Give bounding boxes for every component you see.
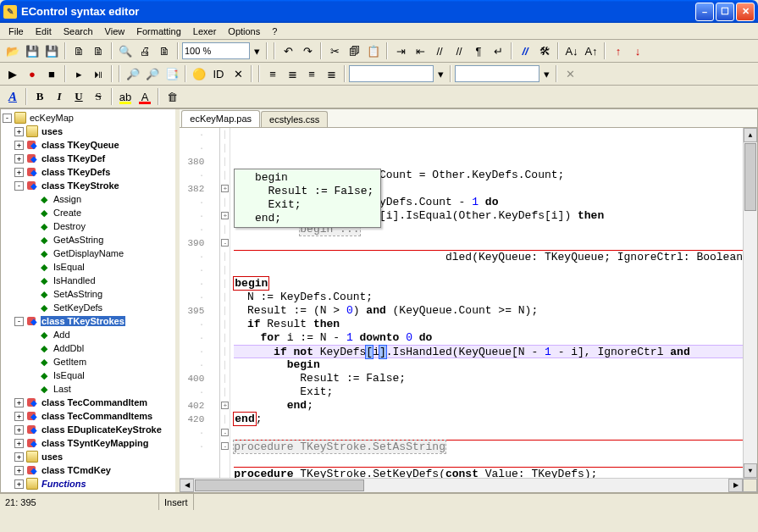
scroll-thumb-h[interactable]	[195, 479, 364, 491]
close-button[interactable]: ✕	[736, 3, 755, 21]
save-button[interactable]: 💾	[23, 42, 41, 60]
tree-expander[interactable]: +	[14, 141, 24, 150]
tree-label[interactable]: Destroy	[53, 221, 86, 231]
tree-label[interactable]: SetKeyDefs	[53, 302, 103, 313]
find-dialog-button[interactable]: 🔍	[116, 42, 135, 60]
paste-button[interactable]: 📋	[364, 42, 383, 60]
zoom-dropdown[interactable]: ▾	[251, 42, 263, 60]
tree-node[interactable]: +◆class TCmdKey	[3, 463, 174, 477]
cut-button[interactable]: ✂	[325, 42, 344, 60]
tree-node[interactable]: +◆class TKeyDef	[3, 152, 174, 165]
tree-node[interactable]: ◆SetKeyDefs	[3, 301, 174, 314]
tree-node[interactable]: ◆IsEqual	[3, 260, 174, 274]
tree-label[interactable]: class TSyntKeyMapping	[41, 438, 150, 448]
marker-id-button[interactable]: ID	[209, 64, 228, 83]
tree-node[interactable]: +◆class TKeyQueue	[3, 138, 174, 152]
horizontal-scrollbar[interactable]: ◀ ▶	[180, 478, 757, 492]
minimize-button[interactable]: –	[695, 3, 714, 21]
combo-a[interactable]	[349, 65, 434, 82]
tree-expander[interactable]: +	[14, 425, 24, 435]
uncomment-button[interactable]: //	[450, 42, 468, 60]
menu-help[interactable]: ?	[267, 25, 282, 38]
tree-node[interactable]: -ecKeyMap	[3, 111, 174, 125]
tree-label[interactable]: class EDuplicateKeyStroke	[41, 424, 163, 435]
tree-label[interactable]: IsEqual	[53, 262, 86, 272]
word-wrap-button[interactable]: ↵	[489, 42, 507, 60]
comment-button[interactable]: //	[430, 42, 449, 60]
italic-button[interactable]: I	[50, 87, 69, 106]
tree-label[interactable]: IsHandled	[53, 275, 97, 285]
tree-node[interactable]: +◆class TecCommandItems	[3, 409, 174, 423]
tree-label[interactable]: uses	[41, 126, 64, 136]
align-r-button[interactable]: ≡	[302, 64, 321, 83]
tree-node[interactable]: +uses	[3, 125, 174, 138]
tree-expander[interactable]: +	[14, 398, 24, 407]
tree-node[interactable]: ◆Last	[3, 382, 174, 396]
menu-file[interactable]: File	[3, 25, 29, 38]
tree-label[interactable]: AddDbl	[53, 343, 85, 353]
menu-lexer[interactable]: Lexer	[188, 25, 222, 38]
unindent-button[interactable]: ⇤	[411, 42, 429, 60]
tree-panel[interactable]: -ecKeyMap+uses+◆class TKeyQueue+◆class T…	[1, 109, 177, 492]
tree-label[interactable]: Last	[53, 384, 72, 394]
sort-asc-button[interactable]: A↓	[562, 42, 581, 60]
play-button[interactable]: ▶	[3, 64, 22, 83]
tree-label[interactable]: class TecCommandItems	[41, 411, 153, 421]
bg-color-button[interactable]: ab	[116, 87, 135, 106]
tree-expander[interactable]: +	[14, 412, 24, 421]
export-rtf-button[interactable]: 🗎	[69, 42, 88, 60]
tree-node[interactable]: ◆Assign	[3, 192, 174, 206]
save-all-button[interactable]: 💾	[42, 42, 61, 60]
bookmark-button[interactable]: 📑	[163, 64, 181, 83]
tree-node[interactable]: ◆IsEqual	[3, 369, 174, 382]
tree-node[interactable]: -◆class TKeyStrokes	[3, 314, 174, 328]
tree-expander[interactable]: +	[14, 127, 24, 136]
tree-node[interactable]: +uses	[3, 450, 174, 463]
menu-formatting[interactable]: Formatting	[131, 25, 186, 38]
export-html-button[interactable]: 🗎	[89, 42, 108, 60]
menu-options[interactable]: Options	[223, 25, 265, 38]
tree-label[interactable]: Create	[53, 208, 82, 218]
tree-expander[interactable]: +	[14, 168, 24, 177]
print-preview-button[interactable]: 🗎	[155, 42, 174, 60]
find-button[interactable]: 🔎	[124, 64, 142, 83]
code-area[interactable]: ··380·382···390····395····400·402420·· │…	[180, 128, 757, 478]
record-button[interactable]: ●	[23, 64, 41, 83]
tree-label[interactable]: class TKeyStroke	[41, 180, 120, 191]
underline-button[interactable]: U	[69, 87, 88, 106]
tree-node[interactable]: ◆AddDbl	[3, 341, 174, 355]
zoom-combo[interactable]	[182, 42, 250, 59]
code-text[interactable]: begin Result := False; Exit; end; Result…	[230, 128, 743, 478]
tree-label[interactable]: class TKeyQueue	[41, 140, 120, 150]
scroll-thumb[interactable]	[744, 143, 756, 211]
tree-label[interactable]: GetDisplayName	[53, 248, 124, 258]
tree-label[interactable]: GetAsString	[53, 235, 104, 245]
tree-expander[interactable]: +	[14, 479, 24, 489]
tree-node[interactable]: ◆Destroy	[3, 219, 174, 233]
scroll-up-arrow[interactable]: ▲	[744, 128, 757, 142]
print-button[interactable]: 🖨	[136, 42, 154, 60]
tree-node[interactable]: ◆SetAsString	[3, 287, 174, 301]
tree-node[interactable]: +◆class TKeyDefs	[3, 165, 174, 179]
combo-a-dropdown[interactable]: ▾	[434, 64, 446, 83]
sort-desc-button[interactable]: A↑	[582, 42, 600, 60]
tree-label[interactable]: uses	[41, 452, 64, 462]
tree-expander[interactable]: +	[14, 439, 24, 448]
maximize-button[interactable]: ☐	[716, 3, 734, 21]
menu-edit[interactable]: Edit	[30, 25, 57, 38]
tree-node[interactable]: ◆Add	[3, 328, 174, 341]
vertical-scrollbar[interactable]: ▲ ▼	[743, 128, 757, 478]
tree-expander[interactable]: -	[14, 181, 24, 191]
tree-expander[interactable]: +	[14, 154, 24, 163]
tree-label[interactable]: GetItem	[53, 357, 87, 367]
stop-button[interactable]: ■	[42, 64, 61, 83]
menu-search[interactable]: Search	[58, 25, 98, 38]
align-j-button[interactable]: ≣	[322, 64, 340, 83]
open-button[interactable]: 📂	[3, 42, 22, 60]
fg-color-button[interactable]: A	[136, 87, 154, 106]
options-button[interactable]: 🛠	[535, 42, 554, 60]
step-button[interactable]: ⏯	[89, 64, 108, 83]
bold-button[interactable]: B	[30, 87, 49, 106]
tree-node[interactable]: ◆IsHandled	[3, 274, 174, 287]
scroll-down-arrow[interactable]: ▼	[744, 463, 757, 478]
